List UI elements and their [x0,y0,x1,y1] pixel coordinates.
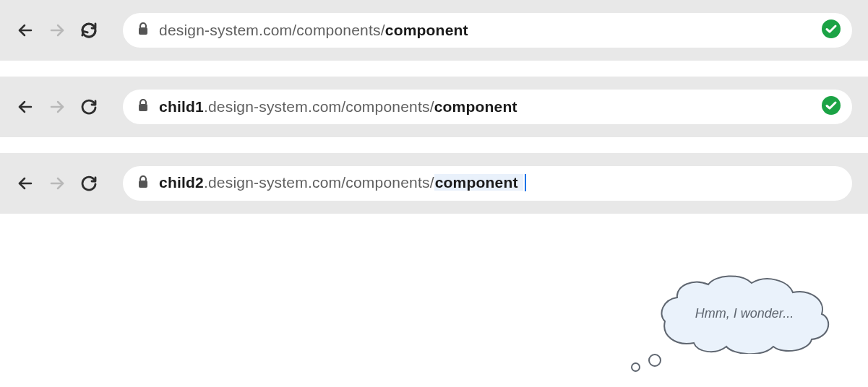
forward-button[interactable] [48,21,66,40]
browser-bar-1: design-system.com/components/component [0,0,868,61]
thought-trail-bubble [631,362,640,372]
url-text: child2.design-system.com/components/comp… [159,174,526,192]
thought-text: Hmm, I wonder... [654,306,835,321]
address-bar[interactable]: child2.design-system.com/components/comp… [123,166,852,201]
url-subdomain: child1 [159,98,204,115]
url-slug: component [435,174,518,191]
url-path: /components/ [292,22,384,38]
url-domain: .design-system.com [204,98,341,115]
lock-icon [137,99,149,115]
forward-button[interactable] [48,174,66,193]
back-button[interactable] [16,21,35,40]
status-ok-icon [822,96,841,118]
lock-icon [137,22,149,38]
text-cursor [525,174,526,191]
svg-rect-6 [139,104,147,111]
reload-button[interactable] [80,174,98,193]
url-text: design-system.com/components/component [159,22,468,39]
svg-rect-10 [139,181,147,188]
forward-button[interactable] [48,97,66,116]
reload-button[interactable] [80,97,98,116]
nav-controls [16,97,98,116]
back-button[interactable] [16,97,35,116]
thought-trail-bubble [648,354,661,367]
url-subdomain: child2 [159,174,204,191]
reload-button[interactable] [80,21,98,40]
nav-controls [16,21,98,40]
back-button[interactable] [16,174,35,193]
address-bar[interactable]: child1.design-system.com/components/comp… [123,90,852,124]
url-domain: design-system.com [159,22,292,38]
browser-bar-2: child1.design-system.com/components/comp… [0,77,868,137]
url-domain: .design-system.com [204,174,341,191]
url-text: child1.design-system.com/components/comp… [159,98,517,116]
url-path: /components/ [341,98,434,115]
url-path: /components/ [341,174,434,191]
lock-icon [137,175,149,191]
thought-bubble: Hmm, I wonder... [654,274,842,383]
nav-controls [16,174,98,193]
svg-rect-2 [139,27,147,35]
browser-bar-3: child2.design-system.com/components/comp… [0,153,868,214]
url-slug: component [385,22,468,38]
url-slug: component [434,98,517,115]
address-bar[interactable]: design-system.com/components/component [123,13,852,48]
status-ok-icon [822,19,841,41]
